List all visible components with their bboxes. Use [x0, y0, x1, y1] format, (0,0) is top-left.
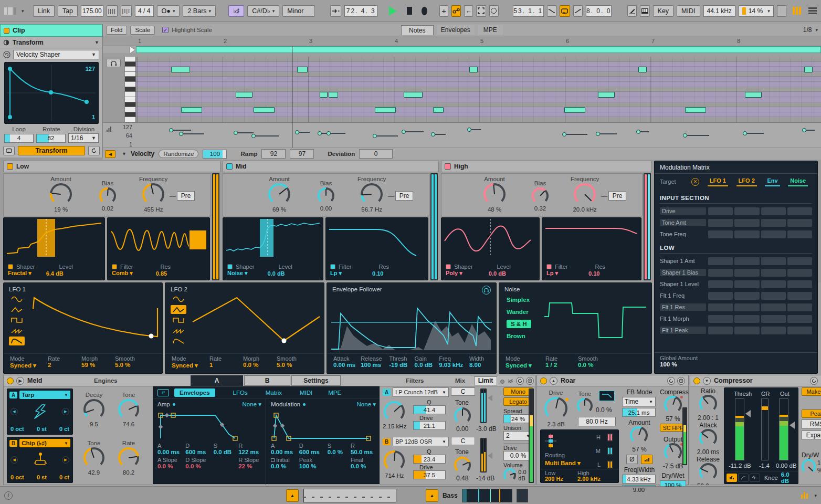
lfo2-smooth-field[interactable]: 5.0 %: [277, 362, 310, 368]
amp-env-preset-menu[interactable]: None ▾: [243, 401, 261, 408]
meld-subtab-mpe[interactable]: MPE: [328, 390, 341, 396]
session-record-icon[interactable]: [489, 5, 499, 17]
scale-menu[interactable]: Minor: [282, 5, 314, 17]
midi-note[interactable]: [329, 92, 338, 98]
comp-out-value[interactable]: 0.00 dB: [776, 463, 797, 469]
high-shaper-type-menu[interactable]: Poly ▾: [446, 270, 462, 277]
arrangement-view-icon[interactable]: [808, 7, 817, 14]
mod-attack-field[interactable]: 0.00 ms: [271, 449, 299, 455]
fb-amount-knob[interactable]: [630, 426, 648, 444]
high-amount-knob[interactable]: [483, 183, 506, 205]
band-low-header[interactable]: Low: [3, 161, 220, 172]
tempo-field[interactable]: 175.00: [81, 5, 103, 17]
matrix-cell[interactable]: [734, 269, 759, 277]
amp-release-field[interactable]: 122 ms: [238, 449, 261, 455]
clip-overview-toggle-icon[interactable]: ▲: [286, 489, 299, 502]
engine-b-prev-icon[interactable]: ◀: [10, 456, 18, 464]
piano-key[interactable]: [125, 112, 135, 118]
matrix-cell[interactable]: [734, 303, 759, 311]
loop-count-field[interactable]: 4: [4, 134, 34, 143]
punch-out-icon[interactable]: [573, 5, 583, 17]
piano-key[interactable]: [125, 62, 135, 67]
tab-mpe[interactable]: MPE: [478, 25, 503, 35]
meld-power-led[interactable]: [7, 377, 14, 384]
punch-in-icon[interactable]: [547, 5, 556, 17]
window-caret-icon[interactable]: ▾: [22, 8, 24, 14]
envf-gain-field[interactable]: 0.0 dB: [415, 362, 439, 368]
back-to-arrangement-icon[interactable]: ←: [464, 5, 473, 17]
engine-a-ct-field[interactable]: 0 ct: [59, 426, 69, 432]
computer-midi-keyboard-icon[interactable]: [640, 5, 649, 17]
lfo2-waveform-display[interactable]: [191, 289, 322, 348]
engine-b-rate-knob[interactable]: [118, 447, 139, 468]
matrix-cell[interactable]: [708, 269, 733, 277]
draw-mode-icon[interactable]: [627, 5, 637, 17]
low-filter-type-menu[interactable]: Comb ▾: [112, 270, 133, 277]
high-frequency-knob[interactable]: [574, 183, 596, 205]
comp-thresh-value[interactable]: -11.2 dB: [729, 463, 751, 469]
matrix-cell[interactable]: [787, 257, 812, 265]
transform-rerun-icon[interactable]: [88, 146, 100, 155]
engine-a-oct-field[interactable]: 0 oct: [10, 426, 24, 432]
mix-b-level-handle[interactable]: [488, 453, 492, 459]
lfo2-morph-field[interactable]: 0.0 %: [243, 362, 277, 368]
mid-bias-knob[interactable]: [318, 187, 334, 204]
deviation-field[interactable]: 0: [359, 149, 393, 159]
filter-b-freq-knob[interactable]: [384, 450, 405, 471]
comp-peak-button[interactable]: Peak: [802, 410, 821, 418]
piano-keyboard[interactable]: [125, 57, 136, 122]
matrix-cell[interactable]: [708, 315, 733, 323]
matrix-cell[interactable]: [761, 315, 786, 323]
matrix-cell[interactable]: [761, 327, 786, 334]
matrix-cell[interactable]: [734, 219, 759, 227]
piano-key[interactable]: [125, 77, 135, 82]
rotate-field[interactable]: 82: [36, 134, 66, 143]
mod-decay-field[interactable]: 600 ms: [299, 449, 328, 455]
loop-switch-icon[interactable]: [560, 5, 570, 17]
low-shaper-activator[interactable]: [8, 264, 13, 269]
mid-shaper-type-menu[interactable]: Noise ▾: [227, 270, 248, 277]
noise-mode-menu[interactable]: Synced ▾: [506, 362, 545, 369]
amp-dslope-field[interactable]: 0.0 %: [185, 463, 213, 469]
comp-release-knob[interactable]: [699, 463, 717, 481]
matrix-cell[interactable]: [787, 303, 812, 311]
roar-tone-filter-icon[interactable]: [599, 391, 615, 401]
filter-b-drive-field[interactable]: 37.5: [413, 470, 446, 479]
transform-collapse-caret[interactable]: ▼: [94, 40, 99, 45]
clip-overview[interactable]: [303, 489, 396, 502]
matrix-cell[interactable]: [787, 230, 812, 238]
engine-a-tone-knob[interactable]: [118, 399, 139, 420]
roar-fold-icon[interactable]: ▲: [550, 377, 557, 385]
matrix-cell[interactable]: [761, 219, 786, 227]
metronome-icon[interactable]: ||||: [107, 5, 118, 17]
lfo2-mode-menu[interactable]: Synced ▾: [172, 362, 209, 369]
engine-a-decay-knob[interactable]: [83, 399, 104, 420]
mid-filter-type-menu[interactable]: Lp ▾: [330, 270, 342, 277]
amp-rslope-field[interactable]: 22 %: [238, 463, 261, 469]
envf-attack-field[interactable]: 0.00 ms: [333, 362, 361, 368]
ramp-from-field[interactable]: 92: [261, 149, 286, 159]
amp-attack-field[interactable]: 0.00 ms: [157, 449, 185, 455]
matrix-cell[interactable]: [708, 327, 733, 334]
fb-mode-select[interactable]: Time▼: [622, 397, 656, 406]
tab-notes[interactable]: Notes: [401, 25, 434, 35]
division-select[interactable]: 1/16▼: [68, 133, 99, 143]
mix-a-tone-knob[interactable]: [454, 407, 471, 424]
piano-key[interactable]: [125, 82, 135, 87]
matrix-cell[interactable]: [734, 292, 759, 300]
cpu-meter[interactable]: 14 %▾: [739, 5, 774, 17]
preview-headphone-icon[interactable]: [106, 59, 121, 67]
lfo1-smooth-field[interactable]: 5.0 %: [115, 362, 149, 368]
midi-note[interactable]: [404, 92, 423, 98]
midi-note[interactable]: [236, 92, 252, 98]
quantize-menu[interactable]: 2 Bars▾: [183, 5, 216, 17]
mix-a-level-handle[interactable]: [488, 395, 492, 401]
filter-b-type-select[interactable]: BP 12dB OSR▼: [393, 437, 449, 446]
mod-sustain-field[interactable]: 0.0 %: [328, 449, 351, 455]
matrix-cell[interactable]: [708, 257, 733, 265]
comp-expand-button[interactable]: Expand: [802, 430, 821, 440]
engine-a-st-field[interactable]: 0 st: [37, 426, 47, 432]
matrix-cell[interactable]: [708, 219, 733, 227]
piano-key[interactable]: [125, 97, 135, 102]
midi-map-button[interactable]: MIDI: [677, 5, 700, 17]
